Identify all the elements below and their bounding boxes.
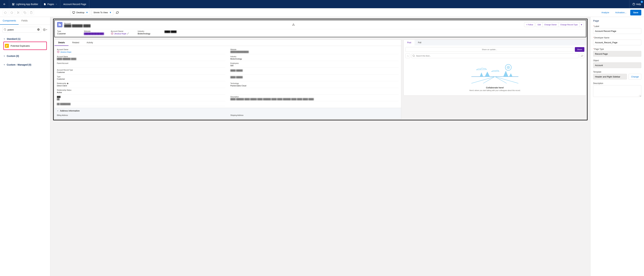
page-type-label: *Page Type <box>593 48 641 50</box>
hierarchy-icon[interactable] <box>292 23 295 26</box>
help-button[interactable]: Help 4 <box>629 0 644 8</box>
details-component[interactable]: Account OwnerJessica HopeWebsite████████… <box>54 46 401 119</box>
paste-button[interactable] <box>28 10 34 15</box>
svg-point-9 <box>4 28 6 30</box>
object-input <box>593 62 641 68</box>
viewport-select[interactable]: Desktop ▼ <box>70 10 90 15</box>
change-owner-button[interactable]: Change Owner <box>542 22 558 27</box>
svg-rect-16 <box>294 25 294 26</box>
help-icon <box>632 3 635 5</box>
component-search-input[interactable] <box>2 27 41 32</box>
developer-name-label: *Developer Name <box>593 36 641 39</box>
svg-rect-0 <box>12 3 13 4</box>
svg-point-11 <box>44 29 45 30</box>
help-badge: 4 <box>641 1 643 3</box>
builder-icon <box>12 3 14 5</box>
chevron-down-icon <box>56 3 58 5</box>
chatter-search-input[interactable] <box>412 53 578 58</box>
activation-button[interactable]: Activation... <box>613 11 629 14</box>
paste-icon <box>30 11 32 14</box>
chevron-down-icon <box>3 64 5 66</box>
page-title: Account Record Page <box>60 0 89 8</box>
tab-activity[interactable]: Activity <box>83 40 97 46</box>
chatter-sort-button[interactable]: ↑↓ <box>406 53 410 58</box>
detail-field: Website██████████████ <box>230 48 399 54</box>
chatter-tab-post[interactable]: Post <box>404 40 414 45</box>
avatar <box>57 50 60 53</box>
template-label: Template <box>593 71 641 73</box>
developer-name-input[interactable] <box>593 39 641 45</box>
refresh-button[interactable] <box>115 10 120 15</box>
zoom-select[interactable]: Shrink To View ▼ <box>91 10 114 15</box>
redo-button[interactable] <box>9 10 14 15</box>
canvas: Account ████ ██████ ████ +Follow Edit Ch… <box>50 17 590 276</box>
address-section[interactable]: Address Information Billing Address Ship… <box>54 108 401 119</box>
more-actions-button[interactable]: ▼ <box>579 22 584 27</box>
avatar <box>111 32 114 35</box>
component-search <box>2 27 41 32</box>
canvas-frame: Account ████ ██████ ████ +Follow Edit Ch… <box>53 19 588 120</box>
desktop-icon <box>72 11 75 14</box>
edit-button[interactable]: Edit <box>536 22 542 27</box>
save-button[interactable]: Save <box>630 10 641 15</box>
gear-icon <box>43 28 46 31</box>
account-icon <box>57 22 62 27</box>
component-potential-duplicates[interactable]: Potential Duplicates <box>3 41 47 50</box>
component-settings-button[interactable]: ▼ <box>42 27 48 32</box>
pages-label: Pages <box>47 3 54 5</box>
svg-point-4 <box>18 11 18 12</box>
pages-dropdown[interactable]: Pages <box>41 0 60 8</box>
chatter-tab-poll[interactable]: Poll <box>414 40 424 45</box>
chatter-share-input[interactable] <box>406 47 573 52</box>
svg-point-18 <box>413 55 414 56</box>
analyze-button[interactable]: Analyze <box>599 11 612 14</box>
copy-button[interactable] <box>22 10 28 15</box>
label-label: *Label <box>593 25 641 27</box>
tab-components[interactable]: Components <box>0 17 19 25</box>
description-textarea[interactable] <box>593 85 641 97</box>
section-standard[interactable]: Standard (1) <box>3 36 47 41</box>
clear-search-button[interactable] <box>37 28 40 31</box>
record-actions: +Follow Edit Change Owner Change Record … <box>524 22 584 27</box>
app-header: Lightning App Builder Pages Account Reco… <box>0 0 644 8</box>
detail-field: TechnologyPardot;Sales Cloud <box>230 81 399 88</box>
undo-icon <box>4 11 7 14</box>
label-input[interactable] <box>593 28 641 34</box>
copy-icon <box>24 11 26 14</box>
chatter-component[interactable]: Post Poll Share ↑↓ <box>404 39 586 96</box>
arrow-left-icon <box>3 3 6 6</box>
tab-details[interactable]: Details <box>54 40 68 46</box>
record-header-component[interactable]: Account ████ ██████ ████ +Follow Edit Ch… <box>54 20 586 37</box>
template-input <box>593 74 627 79</box>
cut-button[interactable] <box>16 10 21 15</box>
back-button[interactable] <box>0 0 9 8</box>
svg-rect-7 <box>31 11 32 12</box>
app-title-button[interactable]: Lightning App Builder <box>9 0 41 8</box>
highlight-field: ████ ████ <box>164 30 185 35</box>
detail-field: Description████ ██████ ████ █████ ████ █… <box>230 95 399 101</box>
change-record-type-button[interactable]: Change Record Type <box>558 22 580 27</box>
record-tabs: Details Related Activity <box>54 39 401 46</box>
section-custom-managed[interactable]: Custom - Managed (0) <box>3 62 47 67</box>
change-template-button[interactable]: Change <box>628 74 641 79</box>
toolbar: Desktop ▼ Shrink To View ▼ Analyze Activ… <box>0 8 644 17</box>
tab-related[interactable]: Related <box>68 40 83 46</box>
detail-field: █████ <box>57 95 225 101</box>
undo-button[interactable] <box>3 10 8 15</box>
follow-button[interactable]: +Follow <box>524 22 535 27</box>
chatter-share-button[interactable]: Share <box>575 47 584 52</box>
svg-rect-13 <box>60 24 61 26</box>
detail-field: Account OwnerJessica Hope <box>57 48 225 54</box>
tab-fields[interactable]: Fields <box>19 17 30 25</box>
landscape-illustration <box>406 61 584 85</box>
svg-point-17 <box>67 83 68 84</box>
search-icon <box>412 54 415 57</box>
detail-field: Parent Account <box>57 61 225 68</box>
resize-handle-icon[interactable] <box>638 94 640 96</box>
chevron-down-icon <box>3 55 5 57</box>
detail-field <box>230 88 399 95</box>
properties-panel: Page *Label *Developer Name *Page Type O… <box>590 17 644 276</box>
section-custom[interactable]: Custom (0) <box>3 53 47 59</box>
change-owner-icon[interactable] <box>127 32 129 34</box>
chatter-refresh-button[interactable] <box>580 53 584 58</box>
